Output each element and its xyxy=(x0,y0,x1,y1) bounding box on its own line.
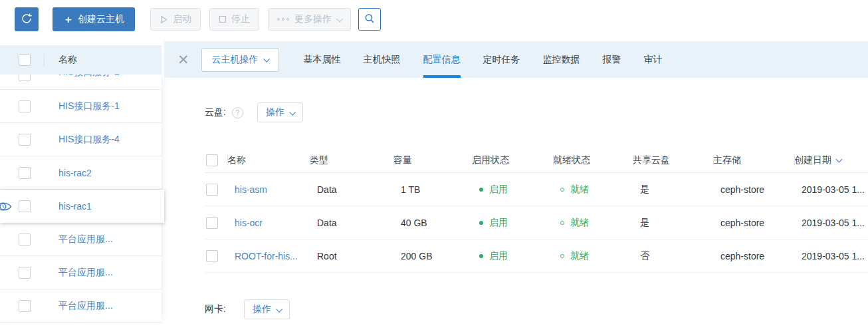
sort-chevron-icon xyxy=(836,156,843,162)
create-vm-button[interactable]: ＋ 创建云主机 xyxy=(53,7,135,31)
vm-checkbox[interactable] xyxy=(19,300,31,312)
vm-name-link[interactable]: HIS接口服务-2 xyxy=(58,75,120,79)
disk-table-column-header[interactable]: 容量 xyxy=(393,154,472,166)
vm-list-item[interactable]: HIS接口服务-2 xyxy=(0,75,162,90)
disk-name-link[interactable]: his-ocr xyxy=(235,218,263,228)
vm-list-item[interactable]: his-rac1 xyxy=(0,190,164,223)
detail-tab[interactable]: 主机快照 xyxy=(364,41,401,78)
disk-capacity: 1 TB xyxy=(393,184,472,195)
disk-primary-storage: ceph-store xyxy=(713,184,794,195)
disk-select-all-checkbox[interactable] xyxy=(206,154,218,166)
disk-section-title: 云盘: xyxy=(205,106,226,118)
disk-table-column-header[interactable]: 启用状态 xyxy=(472,154,553,166)
chevron-down-icon xyxy=(336,15,343,22)
detail-tab[interactable]: 配置信息 xyxy=(423,41,461,78)
disk-primary-storage: ceph-store xyxy=(713,251,794,261)
tab-label: 报警 xyxy=(603,54,621,66)
disk-name-link[interactable]: his-asm xyxy=(235,184,267,195)
disk-table-column-header[interactable]: 类型 xyxy=(310,154,393,166)
stop-vm-button[interactable]: 停止 xyxy=(209,8,259,31)
disk-type: Data xyxy=(310,184,393,195)
ready-ring-icon xyxy=(560,188,564,192)
detail-tab[interactable]: 监控数据 xyxy=(543,41,580,78)
chevron-down-icon xyxy=(276,305,282,312)
disk-row-checkbox[interactable] xyxy=(206,184,218,196)
tab-label: 配置信息 xyxy=(423,54,461,66)
vm-name-link[interactable]: HIS接口服务-4 xyxy=(58,134,120,146)
disk-table-column-header[interactable]: 名称 xyxy=(227,154,310,166)
vm-checkbox[interactable] xyxy=(19,167,31,179)
disk-shared: 否 xyxy=(633,250,713,262)
vm-name-link[interactable]: HIS接口服务-1 xyxy=(58,100,120,112)
vm-list-item[interactable]: 平台应用服... xyxy=(0,256,162,289)
vm-list-item[interactable]: 平台应用服... xyxy=(0,289,162,323)
search-button[interactable] xyxy=(358,8,381,31)
vm-name-link[interactable]: his-rac1 xyxy=(58,201,92,212)
top-toolbar: ＋ 创建云主机 启动 停止 更多操作 xyxy=(0,0,868,39)
disk-table-row: his-asm Data 1 TB 启用 就绪 是 ceph-store 201… xyxy=(205,173,868,206)
column-header-label: 就绪状态 xyxy=(553,154,590,166)
detail-tab[interactable]: 定时任务 xyxy=(483,41,520,78)
vm-name-link[interactable]: 平台应用服... xyxy=(58,300,113,312)
disk-table-header-row: 名称 类型 容量 启用状态 就绪状态 共 xyxy=(205,148,868,173)
vm-checkbox[interactable] xyxy=(19,75,31,81)
vm-list-item[interactable]: 平台应用服... xyxy=(0,223,162,256)
enabled-dot-icon xyxy=(479,254,483,258)
disk-created-date: 2019-03-05 1... xyxy=(794,173,868,206)
disk-capacity: 40 GB xyxy=(393,218,472,228)
nic-section-header: 网卡: 操作 xyxy=(205,299,290,320)
stop-vm-label: 停止 xyxy=(231,13,250,25)
chevron-down-icon xyxy=(263,56,270,63)
tab-label: 主机快照 xyxy=(364,54,401,66)
viewing-eye-icon xyxy=(0,200,12,215)
vm-name-link[interactable]: his-rac2 xyxy=(58,168,92,178)
column-header-label: 名称 xyxy=(227,154,246,166)
disk-table-row: his-ocr Data 40 GB 启用 就绪 是 ceph-store 20… xyxy=(205,206,868,240)
vm-checkbox[interactable] xyxy=(19,100,31,112)
vm-detail-header: ✕ 云主机操作 基本属性 主机快照 配置信息 定时任务 监控数据 报警 xyxy=(164,41,868,78)
vm-actions-label: 云主机操作 xyxy=(212,54,259,66)
tab-label: 基本属性 xyxy=(304,54,341,66)
vm-list-item[interactable]: HIS接口服务-4 xyxy=(0,123,162,156)
close-icon[interactable]: ✕ xyxy=(177,53,189,67)
disk-table-column-header[interactable]: 共享云盘 xyxy=(633,154,713,166)
disk-type: Root xyxy=(310,251,393,261)
vm-checkbox[interactable] xyxy=(19,234,31,246)
detail-tab[interactable]: 审计 xyxy=(644,41,663,78)
disk-enable-status: 启用 xyxy=(479,250,508,262)
vm-checkbox[interactable] xyxy=(19,200,31,212)
more-actions-button[interactable]: 更多操作 xyxy=(268,8,351,31)
column-header-label: 创建日期 xyxy=(794,154,831,166)
disk-table-column-header[interactable]: 主存储 xyxy=(713,154,794,166)
vm-actions-dropdown[interactable]: 云主机操作 xyxy=(201,48,279,72)
vm-list-name-header: 名称 xyxy=(58,54,77,66)
detail-tab[interactable]: 报警 xyxy=(603,41,621,78)
disk-row-checkbox[interactable] xyxy=(206,217,218,229)
disk-name-link[interactable]: ROOT-for-his... xyxy=(235,251,298,261)
select-all-checkbox[interactable] xyxy=(19,54,31,66)
disk-created-date: 2019-03-05 1... xyxy=(794,240,868,273)
vm-list-item[interactable]: his-rac2 xyxy=(0,156,162,190)
vm-list-item[interactable]: HIS接口服务-1 xyxy=(0,90,162,123)
vm-checkbox[interactable] xyxy=(19,134,31,146)
detail-tab[interactable]: 基本属性 xyxy=(304,41,341,78)
vm-list: HIS接口服务-2 HIS接口服务-1 HIS接口服务-4 his-rac2 xyxy=(0,75,162,323)
refresh-button[interactable] xyxy=(15,7,39,31)
vm-name-link[interactable]: 平台应用服... xyxy=(58,234,113,246)
tab-label: 定时任务 xyxy=(483,54,520,66)
disk-actions-dropdown[interactable]: 操作 xyxy=(257,102,303,122)
nic-actions-dropdown[interactable]: 操作 xyxy=(244,299,290,319)
play-icon xyxy=(160,15,168,24)
help-icon[interactable]: ? xyxy=(232,107,243,118)
nic-actions-label: 操作 xyxy=(253,303,271,315)
disk-table-column-header[interactable]: 创建日期 xyxy=(794,154,868,166)
stop-icon xyxy=(219,15,227,23)
column-header-label: 主存储 xyxy=(713,154,741,166)
disk-table-column-header[interactable]: 就绪状态 xyxy=(553,154,633,166)
refresh-icon xyxy=(20,12,33,27)
vm-checkbox[interactable] xyxy=(19,267,31,279)
disk-row-checkbox[interactable] xyxy=(206,250,218,262)
start-vm-button[interactable]: 启动 xyxy=(150,8,201,31)
vm-name-link[interactable]: 平台应用服... xyxy=(58,267,113,279)
disk-section-header: 云盘: ? 操作 xyxy=(205,102,303,123)
